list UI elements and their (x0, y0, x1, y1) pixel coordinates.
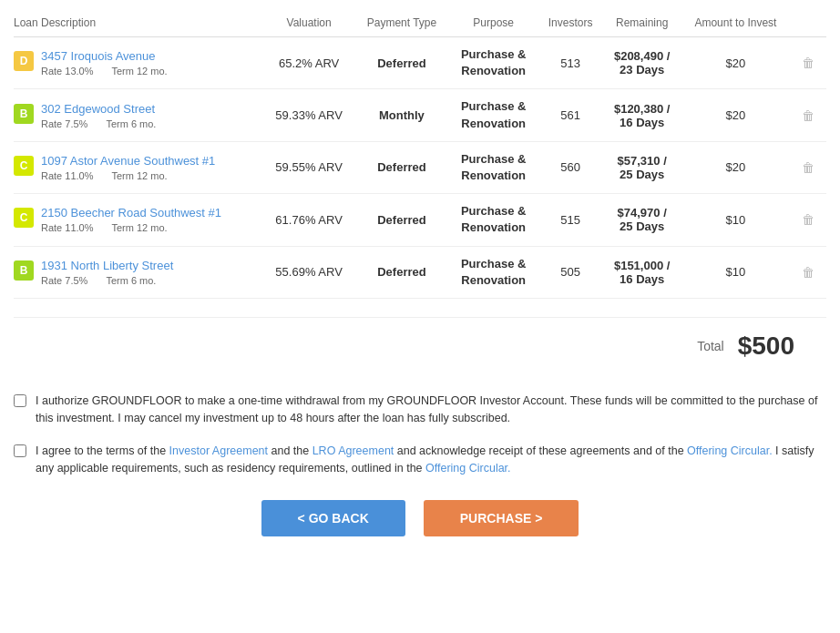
amount-cell: $20 (681, 89, 790, 141)
loan-term: Term 12 mo. (111, 222, 167, 233)
valuation-cell: 65.2% ARV (263, 37, 354, 89)
delete-cell: 🗑 (790, 246, 826, 298)
col-header-investors: Investors (538, 9, 603, 37)
authorization-section: I authorize GROUNDFLOOR to make a one-ti… (14, 393, 826, 477)
total-amount: $500 (738, 332, 794, 361)
auth-text-2: I agree to the terms of the Investor Agr… (36, 443, 826, 477)
button-row: < GO BACK PURCHASE > (14, 500, 826, 536)
table-row: D 3457 Iroquois Avenue Rate 13.0% Term 1… (14, 37, 826, 89)
purpose-cell: Purchase &Renovation (449, 246, 538, 298)
loan-meta: Rate 13.0% Term 12 mo. (41, 66, 168, 77)
loan-rate: Rate 11.0% (41, 170, 93, 181)
grade-badge: B (14, 104, 34, 124)
col-header-valuation: Valuation (263, 9, 354, 37)
amount-cell: $20 (681, 37, 790, 89)
auth-text-2-pre: I agree to the terms of the (36, 444, 169, 457)
investor-agreement-link[interactable]: Investor Agreement (169, 444, 268, 457)
grade-badge: B (14, 260, 34, 281)
grade-badge: C (14, 208, 34, 228)
auth-item-1: I authorize GROUNDFLOOR to make a one-ti… (14, 393, 826, 427)
payment-type-cell: Deferred (354, 37, 449, 89)
valuation-cell: 55.69% ARV (263, 246, 354, 298)
loan-description-cell: C 1097 Astor Avenue Southwest #1 Rate 11… (14, 141, 263, 193)
investors-cell: 505 (538, 246, 603, 298)
loan-rate: Rate 11.0% (41, 222, 93, 233)
amount-cell: $10 (681, 246, 790, 298)
delete-icon[interactable]: 🗑 (798, 107, 818, 125)
auth-text-1: I authorize GROUNDFLOOR to make a one-ti… (36, 393, 826, 427)
loan-link[interactable]: 1931 North Liberty Street (41, 259, 173, 272)
total-label: Total (697, 339, 724, 353)
purpose-cell: Purchase &Renovation (449, 141, 538, 193)
col-header-loan-description: Loan Description (14, 9, 263, 37)
delete-cell: 🗑 (790, 89, 826, 141)
payment-type-cell: Deferred (354, 194, 449, 246)
delete-cell: 🗑 (790, 37, 826, 89)
delete-icon[interactable]: 🗑 (798, 54, 818, 72)
purchase-button[interactable]: PURCHASE > (424, 500, 579, 536)
loan-link[interactable]: 2150 Beecher Road Southwest #1 (41, 206, 221, 220)
payment-type-cell: Deferred (354, 246, 449, 298)
investors-cell: 515 (538, 194, 603, 246)
loan-info: 302 Edgewood Street Rate 7.5% Term 6 mo. (41, 102, 156, 129)
total-row: Total $500 (14, 317, 826, 374)
table-row: C 1097 Astor Avenue Southwest #1 Rate 11… (14, 141, 826, 193)
valuation-cell: 61.76% ARV (263, 194, 354, 246)
loan-info: 2150 Beecher Road Southwest #1 Rate 11.0… (41, 206, 221, 233)
remaining-cell: $151,000 /16 Days (603, 246, 681, 298)
payment-type-cell: Deferred (354, 141, 449, 193)
amount-cell: $10 (681, 194, 790, 246)
auth-checkbox-1[interactable] (14, 394, 26, 407)
loan-info: 1097 Astor Avenue Southwest #1 Rate 11.0… (41, 154, 215, 181)
investors-cell: 513 (538, 37, 603, 89)
amount-cell: $20 (681, 141, 790, 193)
loan-term: Term 6 mo. (106, 275, 156, 286)
loan-meta: Rate 7.5% Term 6 mo. (41, 275, 173, 286)
loan-meta: Rate 11.0% Term 12 mo. (41, 222, 221, 233)
lro-agreement-link[interactable]: LRO Agreement (312, 444, 394, 457)
col-header-amount: Amount to Invest (681, 9, 790, 37)
col-header-purpose: Purpose (449, 9, 538, 37)
auth-item-2: I agree to the terms of the Investor Agr… (14, 443, 826, 477)
investors-cell: 561 (538, 89, 603, 141)
loan-link[interactable]: 302 Edgewood Street (41, 102, 156, 116)
col-header-remaining: Remaining (603, 9, 681, 37)
loan-description-cell: B 1931 North Liberty Street Rate 7.5% Te… (14, 246, 263, 298)
auth-text-2-mid: and the (268, 444, 312, 457)
remaining-cell: $57,310 /25 Days (603, 141, 681, 193)
delete-cell: 🗑 (790, 141, 826, 193)
loan-description-cell: D 3457 Iroquois Avenue Rate 13.0% Term 1… (14, 37, 263, 89)
loan-meta: Rate 7.5% Term 6 mo. (41, 118, 156, 129)
loan-rate: Rate 7.5% (41, 118, 87, 129)
valuation-cell: 59.33% ARV (263, 89, 354, 141)
auth-checkbox-2[interactable] (14, 444, 26, 457)
purpose-cell: Purchase &Renovation (449, 194, 538, 246)
valuation-cell: 59.55% ARV (263, 141, 354, 193)
loan-meta: Rate 11.0% Term 12 mo. (41, 170, 215, 181)
offering-circular-link-1[interactable]: Offering Circular. (687, 444, 773, 457)
investors-cell: 560 (538, 141, 603, 193)
table-row: B 302 Edgewood Street Rate 7.5% Term 6 m… (14, 89, 826, 141)
remaining-cell: $208,490 /23 Days (603, 37, 681, 89)
remaining-cell: $74,970 /25 Days (603, 194, 681, 246)
delete-icon[interactable]: 🗑 (798, 158, 818, 177)
remaining-cell: $120,380 /16 Days (603, 89, 681, 141)
auth-text-2-mid2: and acknowledge receipt of these agreeme… (394, 444, 687, 457)
loan-term: Term 6 mo. (106, 118, 156, 129)
loan-link[interactable]: 3457 Iroquois Avenue (41, 49, 168, 63)
purpose-cell: Purchase &Renovation (449, 89, 538, 141)
delete-icon[interactable]: 🗑 (798, 210, 818, 229)
col-header-payment-type: Payment Type (354, 9, 449, 37)
loan-info: 1931 North Liberty Street Rate 7.5% Term… (41, 259, 173, 286)
grade-badge: C (14, 156, 34, 176)
offering-circular-link-2[interactable]: Offering Circular. (425, 462, 511, 475)
go-back-button[interactable]: < GO BACK (261, 500, 405, 536)
loan-rate: Rate 7.5% (41, 275, 87, 286)
loan-term: Term 12 mo. (111, 170, 167, 181)
loan-info: 3457 Iroquois Avenue Rate 13.0% Term 12 … (41, 49, 168, 77)
delete-icon[interactable]: 🗑 (798, 263, 818, 281)
table-row: C 2150 Beecher Road Southwest #1 Rate 11… (14, 194, 826, 246)
loan-description-cell: B 302 Edgewood Street Rate 7.5% Term 6 m… (14, 89, 263, 141)
loan-description-cell: C 2150 Beecher Road Southwest #1 Rate 11… (14, 194, 263, 246)
loan-link[interactable]: 1097 Astor Avenue Southwest #1 (41, 154, 215, 168)
